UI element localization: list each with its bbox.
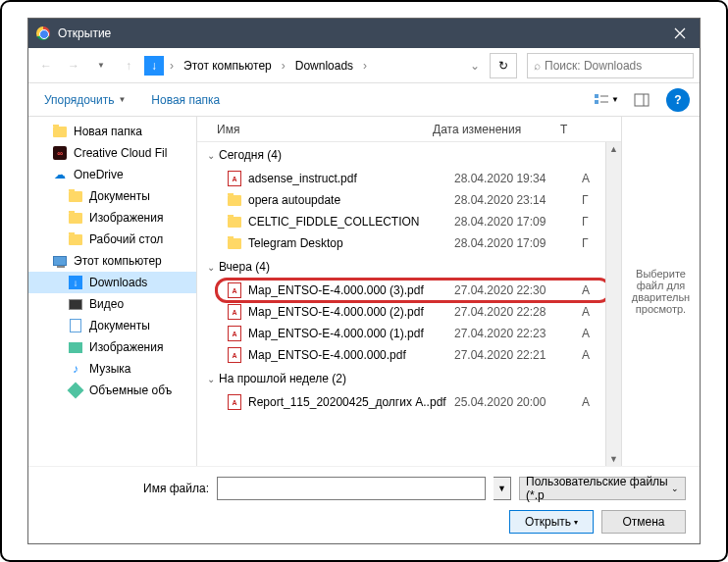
sidebar-item-label: Изображения: [89, 340, 163, 354]
sidebar-item-label: Новая папка: [74, 125, 142, 138]
search-box[interactable]: ⌕: [527, 53, 694, 78]
pdf-icon: A: [227, 171, 242, 186]
music-icon: ♪: [68, 361, 83, 377]
group-header[interactable]: ⌄Сегодня (4): [197, 142, 621, 168]
new-folder-button[interactable]: Новая папка: [145, 89, 226, 111]
sidebar-item[interactable]: Изображения: [28, 336, 196, 358]
sidebar-item[interactable]: Изображения: [28, 207, 196, 229]
file-date: 28.04.2020 17:09: [454, 215, 582, 229]
search-icon: ⌕: [534, 59, 541, 73]
back-button[interactable]: ←: [34, 54, 58, 77]
file-type: A: [582, 327, 590, 340]
filename-dropdown[interactable]: ▼: [494, 477, 511, 500]
group-header[interactable]: ⌄На прошлой неделе (2): [197, 366, 621, 391]
open-button[interactable]: Открыть▾: [509, 510, 594, 534]
file-date: 27.04.2020 22:21: [454, 348, 582, 362]
folder-icon: [68, 231, 83, 247]
sidebar-item[interactable]: Документы: [28, 315, 196, 336]
sidebar-item[interactable]: Видео: [28, 293, 196, 315]
sidebar-item-label: Документы: [89, 189, 150, 203]
sidebar-item-label: Рабочий стол: [89, 232, 163, 246]
file-row[interactable]: opera autoupdate28.04.2020 23:14Г: [197, 189, 621, 211]
file-type: Г: [582, 193, 589, 207]
pdf-icon: A: [227, 347, 242, 363]
chevron-right-icon: ›: [168, 59, 176, 73]
breadcrumb-root[interactable]: Этот компьютер: [180, 59, 276, 73]
filename-input[interactable]: [217, 477, 486, 500]
file-row[interactable]: AReport_115_20200425_долгих A..pdf25.04.…: [197, 391, 621, 413]
sidebar-item[interactable]: Объемные объ: [28, 380, 196, 401]
sidebar-item[interactable]: ♪Музыка: [28, 358, 196, 380]
file-date: 25.04.2020 20:00: [454, 395, 582, 409]
onedrive-icon: ☁: [52, 167, 68, 182]
address-bar: ← → ▼ ↑ ↓ › Этот компьютер › Downloads ›…: [28, 48, 700, 83]
sidebar-item-label: Creative Cloud Fil: [74, 146, 167, 160]
column-headers[interactable]: Имя Дата изменения Т: [197, 117, 621, 142]
file-name: Report_115_20200425_долгих A..pdf: [248, 395, 454, 409]
file-type: Г: [582, 236, 589, 250]
file-row[interactable]: AMap_ENTSO-E-4.000.000 (1).pdf27.04.2020…: [197, 323, 621, 344]
sidebar-item-label: OneDrive: [74, 168, 124, 181]
sidebar-item-label: Документы: [89, 319, 150, 332]
file-name: Map_ENTSO-E-4.000.000 (3).pdf: [248, 283, 454, 297]
refresh-button[interactable]: ↻: [490, 53, 517, 78]
preview-pane-button[interactable]: [625, 88, 658, 112]
column-date[interactable]: Дата изменения: [433, 123, 560, 136]
cancel-button[interactable]: Отмена: [601, 510, 686, 534]
help-button[interactable]: ?: [666, 88, 690, 112]
folder-icon: [227, 235, 242, 251]
folder-icon: [68, 210, 83, 226]
sidebar-item[interactable]: ↓Downloads: [28, 272, 196, 293]
group-header[interactable]: ⌄Вчера (4): [197, 254, 621, 280]
view-mode-button[interactable]: ▼: [590, 88, 623, 112]
window-title: Открытие: [58, 26, 660, 40]
docs-icon: [68, 318, 83, 333]
group-title: Вчера (4): [219, 260, 270, 274]
file-type: A: [582, 283, 590, 297]
file-row[interactable]: AMap_ENTSO-E-4.000.000.pdf27.04.2020 22:…: [197, 344, 621, 366]
folder-icon: [68, 188, 83, 204]
up-button[interactable]: ↑: [117, 54, 140, 77]
sidebar-item[interactable]: Этот компьютер: [28, 250, 196, 272]
cc-icon: ∞: [52, 145, 68, 161]
recent-dropdown[interactable]: ▼: [89, 54, 113, 77]
sidebar-item[interactable]: ☁OneDrive: [28, 164, 196, 185]
file-name: CELTIC_FIDDLE_COLLECTION: [248, 215, 454, 229]
file-date: 27.04.2020 22:23: [454, 327, 582, 340]
file-type: A: [582, 395, 590, 409]
sidebar-item[interactable]: Рабочий стол: [28, 229, 196, 250]
address-dropdown[interactable]: ⌄: [464, 59, 486, 73]
sidebar-item[interactable]: ∞Creative Cloud Fil: [28, 142, 196, 164]
chrome-icon: [36, 26, 50, 40]
pc-icon: [52, 253, 68, 269]
video-icon: [68, 296, 83, 312]
file-row[interactable]: Aadsense_instruct.pdf28.04.2020 19:34A: [197, 168, 621, 189]
sidebar-item[interactable]: Новая папка: [28, 121, 196, 142]
file-type: A: [582, 172, 590, 185]
file-name: Map_ENTSO-E-4.000.000 (1).pdf: [248, 327, 454, 340]
file-row[interactable]: AMap_ENTSO-E-4.000.000 (2).pdf27.04.2020…: [197, 301, 621, 323]
pics-icon: [68, 339, 83, 355]
sidebar-item[interactable]: Документы: [28, 185, 196, 207]
file-date: 27.04.2020 22:28: [454, 305, 582, 319]
file-row[interactable]: AMap_ENTSO-E-4.000.000 (3).pdf27.04.2020…: [197, 280, 621, 301]
folder-icon: [227, 214, 242, 230]
file-date: 27.04.2020 22:30: [454, 283, 582, 297]
close-button[interactable]: [660, 19, 700, 48]
column-type[interactable]: Т: [560, 123, 590, 136]
search-input[interactable]: [545, 59, 687, 73]
chevron-down-icon: ⌄: [207, 262, 215, 273]
file-name: Map_ENTSO-E-4.000.000 (2).pdf: [248, 305, 454, 319]
file-type: A: [582, 348, 590, 362]
file-row[interactable]: Telegram Desktop28.04.2020 17:09Г: [197, 232, 621, 254]
organize-button[interactable]: Упорядочить▼: [38, 89, 131, 111]
breadcrumb-folder[interactable]: Downloads: [291, 59, 357, 73]
downloads-icon: ↓: [68, 275, 83, 290]
forward-button[interactable]: →: [62, 54, 85, 77]
filetype-filter[interactable]: Пользовательские файлы (*.p⌄: [519, 477, 686, 500]
sidebar: Новая папка∞Creative Cloud Fil☁OneDriveД…: [28, 117, 197, 466]
scrollbar[interactable]: [605, 142, 621, 466]
file-row[interactable]: CELTIC_FIDDLE_COLLECTION28.04.2020 17:09…: [197, 211, 621, 232]
column-name[interactable]: Имя: [197, 123, 433, 136]
file-name: adsense_instruct.pdf: [248, 172, 454, 185]
